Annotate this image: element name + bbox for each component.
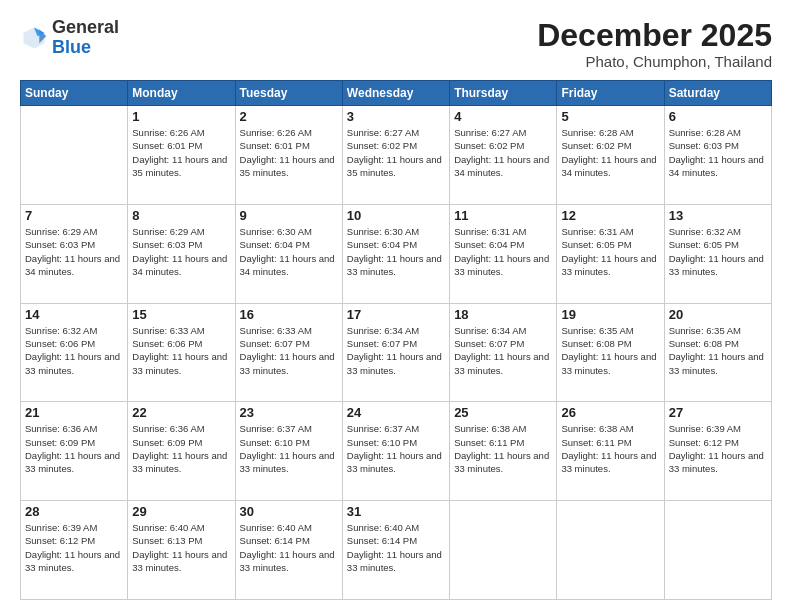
calendar-page: General Blue December 2025 Phato, Chumph…	[0, 0, 792, 612]
calendar-week-row: 1Sunrise: 6:26 AMSunset: 6:01 PMDaylight…	[21, 106, 772, 205]
day-info: Sunrise: 6:26 AMSunset: 6:01 PMDaylight:…	[240, 126, 338, 179]
day-number: 27	[669, 405, 767, 420]
day-number: 13	[669, 208, 767, 223]
calendar-cell: 13Sunrise: 6:32 AMSunset: 6:05 PMDayligh…	[664, 204, 771, 303]
day-info: Sunrise: 6:28 AMSunset: 6:02 PMDaylight:…	[561, 126, 659, 179]
calendar-cell: 24Sunrise: 6:37 AMSunset: 6:10 PMDayligh…	[342, 402, 449, 501]
day-info: Sunrise: 6:35 AMSunset: 6:08 PMDaylight:…	[561, 324, 659, 377]
day-info: Sunrise: 6:27 AMSunset: 6:02 PMDaylight:…	[347, 126, 445, 179]
day-number: 26	[561, 405, 659, 420]
month-title: December 2025	[537, 18, 772, 53]
day-number: 25	[454, 405, 552, 420]
day-info: Sunrise: 6:40 AMSunset: 6:14 PMDaylight:…	[240, 521, 338, 574]
calendar-cell: 23Sunrise: 6:37 AMSunset: 6:10 PMDayligh…	[235, 402, 342, 501]
day-number: 24	[347, 405, 445, 420]
calendar-cell: 7Sunrise: 6:29 AMSunset: 6:03 PMDaylight…	[21, 204, 128, 303]
day-info: Sunrise: 6:27 AMSunset: 6:02 PMDaylight:…	[454, 126, 552, 179]
day-info: Sunrise: 6:39 AMSunset: 6:12 PMDaylight:…	[669, 422, 767, 475]
calendar-cell: 21Sunrise: 6:36 AMSunset: 6:09 PMDayligh…	[21, 402, 128, 501]
day-number: 7	[25, 208, 123, 223]
day-number: 12	[561, 208, 659, 223]
day-info: Sunrise: 6:31 AMSunset: 6:04 PMDaylight:…	[454, 225, 552, 278]
day-info: Sunrise: 6:30 AMSunset: 6:04 PMDaylight:…	[240, 225, 338, 278]
calendar-cell: 3Sunrise: 6:27 AMSunset: 6:02 PMDaylight…	[342, 106, 449, 205]
calendar-cell: 17Sunrise: 6:34 AMSunset: 6:07 PMDayligh…	[342, 303, 449, 402]
calendar-cell: 9Sunrise: 6:30 AMSunset: 6:04 PMDaylight…	[235, 204, 342, 303]
header: General Blue December 2025 Phato, Chumph…	[20, 18, 772, 70]
day-number: 3	[347, 109, 445, 124]
calendar-cell: 14Sunrise: 6:32 AMSunset: 6:06 PMDayligh…	[21, 303, 128, 402]
day-number: 8	[132, 208, 230, 223]
calendar-cell	[557, 501, 664, 600]
day-number: 2	[240, 109, 338, 124]
calendar-header-wednesday: Wednesday	[342, 81, 449, 106]
calendar-header-saturday: Saturday	[664, 81, 771, 106]
calendar-cell	[450, 501, 557, 600]
day-number: 9	[240, 208, 338, 223]
calendar-header-sunday: Sunday	[21, 81, 128, 106]
day-number: 19	[561, 307, 659, 322]
day-number: 11	[454, 208, 552, 223]
day-info: Sunrise: 6:33 AMSunset: 6:07 PMDaylight:…	[240, 324, 338, 377]
calendar-cell: 12Sunrise: 6:31 AMSunset: 6:05 PMDayligh…	[557, 204, 664, 303]
calendar-header-friday: Friday	[557, 81, 664, 106]
day-number: 15	[132, 307, 230, 322]
calendar-table: SundayMondayTuesdayWednesdayThursdayFrid…	[20, 80, 772, 600]
day-number: 21	[25, 405, 123, 420]
day-info: Sunrise: 6:34 AMSunset: 6:07 PMDaylight:…	[347, 324, 445, 377]
calendar-cell: 27Sunrise: 6:39 AMSunset: 6:12 PMDayligh…	[664, 402, 771, 501]
day-info: Sunrise: 6:40 AMSunset: 6:13 PMDaylight:…	[132, 521, 230, 574]
logo-general-text: General	[52, 17, 119, 37]
day-info: Sunrise: 6:33 AMSunset: 6:06 PMDaylight:…	[132, 324, 230, 377]
calendar-cell: 29Sunrise: 6:40 AMSunset: 6:13 PMDayligh…	[128, 501, 235, 600]
calendar-cell: 18Sunrise: 6:34 AMSunset: 6:07 PMDayligh…	[450, 303, 557, 402]
day-number: 20	[669, 307, 767, 322]
title-block: December 2025 Phato, Chumphon, Thailand	[537, 18, 772, 70]
calendar-cell: 2Sunrise: 6:26 AMSunset: 6:01 PMDaylight…	[235, 106, 342, 205]
location: Phato, Chumphon, Thailand	[537, 53, 772, 70]
calendar-cell: 10Sunrise: 6:30 AMSunset: 6:04 PMDayligh…	[342, 204, 449, 303]
day-number: 16	[240, 307, 338, 322]
calendar-cell: 19Sunrise: 6:35 AMSunset: 6:08 PMDayligh…	[557, 303, 664, 402]
day-info: Sunrise: 6:40 AMSunset: 6:14 PMDaylight:…	[347, 521, 445, 574]
calendar-cell: 28Sunrise: 6:39 AMSunset: 6:12 PMDayligh…	[21, 501, 128, 600]
day-number: 14	[25, 307, 123, 322]
calendar-cell: 22Sunrise: 6:36 AMSunset: 6:09 PMDayligh…	[128, 402, 235, 501]
calendar-cell: 25Sunrise: 6:38 AMSunset: 6:11 PMDayligh…	[450, 402, 557, 501]
day-info: Sunrise: 6:38 AMSunset: 6:11 PMDaylight:…	[561, 422, 659, 475]
calendar-header-tuesday: Tuesday	[235, 81, 342, 106]
calendar-cell: 8Sunrise: 6:29 AMSunset: 6:03 PMDaylight…	[128, 204, 235, 303]
calendar-header-row: SundayMondayTuesdayWednesdayThursdayFrid…	[21, 81, 772, 106]
day-info: Sunrise: 6:32 AMSunset: 6:06 PMDaylight:…	[25, 324, 123, 377]
day-number: 29	[132, 504, 230, 519]
calendar-week-row: 28Sunrise: 6:39 AMSunset: 6:12 PMDayligh…	[21, 501, 772, 600]
calendar-body: 1Sunrise: 6:26 AMSunset: 6:01 PMDaylight…	[21, 106, 772, 600]
calendar-cell: 5Sunrise: 6:28 AMSunset: 6:02 PMDaylight…	[557, 106, 664, 205]
day-info: Sunrise: 6:37 AMSunset: 6:10 PMDaylight:…	[240, 422, 338, 475]
calendar-cell: 1Sunrise: 6:26 AMSunset: 6:01 PMDaylight…	[128, 106, 235, 205]
day-number: 18	[454, 307, 552, 322]
day-info: Sunrise: 6:36 AMSunset: 6:09 PMDaylight:…	[25, 422, 123, 475]
logo-icon	[20, 24, 48, 52]
calendar-cell: 6Sunrise: 6:28 AMSunset: 6:03 PMDaylight…	[664, 106, 771, 205]
calendar-cell: 31Sunrise: 6:40 AMSunset: 6:14 PMDayligh…	[342, 501, 449, 600]
day-info: Sunrise: 6:34 AMSunset: 6:07 PMDaylight:…	[454, 324, 552, 377]
calendar-cell: 15Sunrise: 6:33 AMSunset: 6:06 PMDayligh…	[128, 303, 235, 402]
calendar-cell	[664, 501, 771, 600]
day-number: 4	[454, 109, 552, 124]
day-number: 6	[669, 109, 767, 124]
day-info: Sunrise: 6:28 AMSunset: 6:03 PMDaylight:…	[669, 126, 767, 179]
day-number: 30	[240, 504, 338, 519]
day-number: 28	[25, 504, 123, 519]
day-info: Sunrise: 6:36 AMSunset: 6:09 PMDaylight:…	[132, 422, 230, 475]
day-number: 17	[347, 307, 445, 322]
logo-blue-text: Blue	[52, 37, 91, 57]
day-info: Sunrise: 6:38 AMSunset: 6:11 PMDaylight:…	[454, 422, 552, 475]
day-info: Sunrise: 6:39 AMSunset: 6:12 PMDaylight:…	[25, 521, 123, 574]
day-number: 31	[347, 504, 445, 519]
calendar-cell: 16Sunrise: 6:33 AMSunset: 6:07 PMDayligh…	[235, 303, 342, 402]
day-info: Sunrise: 6:29 AMSunset: 6:03 PMDaylight:…	[25, 225, 123, 278]
day-number: 1	[132, 109, 230, 124]
calendar-cell: 11Sunrise: 6:31 AMSunset: 6:04 PMDayligh…	[450, 204, 557, 303]
calendar-week-row: 21Sunrise: 6:36 AMSunset: 6:09 PMDayligh…	[21, 402, 772, 501]
